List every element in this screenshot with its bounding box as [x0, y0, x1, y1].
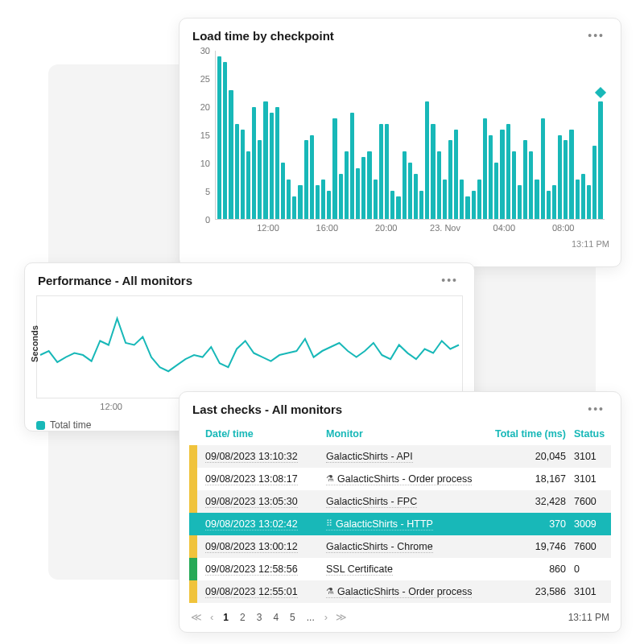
legend-swatch-icon	[36, 421, 45, 430]
col-total[interactable]: Total time (ms)	[495, 428, 566, 440]
bar	[489, 135, 493, 220]
table-row[interactable]: 09/08/2023 13:08:17⚗GalacticShirts - Ord…	[189, 468, 611, 490]
bar	[518, 185, 522, 219]
bar	[263, 101, 267, 219]
cell-date[interactable]: 09/08/2023 13:10:32	[205, 451, 298, 463]
bar	[465, 196, 469, 219]
load-x-axis: 12:0016:0020:0023. Nov04:0008:00	[215, 221, 605, 237]
bar	[569, 130, 573, 219]
pager-page-...[interactable]: ...	[305, 612, 316, 623]
bar	[443, 180, 447, 219]
table-row[interactable]: 09/08/2023 13:00:12GalacticShirts - Chro…	[189, 535, 611, 558]
last-checks-more-icon[interactable]: •••	[584, 402, 608, 416]
bar	[581, 174, 585, 219]
pager-next[interactable]: ›	[324, 611, 328, 623]
bar	[223, 62, 227, 219]
legend-total-time: Total time	[50, 419, 91, 431]
pager-page-2[interactable]: 2	[238, 612, 247, 623]
bar	[535, 180, 539, 219]
pager-page-3[interactable]: 3	[255, 612, 264, 623]
cell-status: 3009	[574, 518, 622, 530]
bar	[523, 140, 527, 219]
table-header: Date/ time Monitor Total time (ms) Statu…	[189, 423, 611, 445]
load-more-icon[interactable]: •••	[584, 28, 608, 43]
cell-date[interactable]: 09/08/2023 13:08:17	[205, 473, 298, 485]
status-chip	[189, 535, 197, 558]
cell-monitor[interactable]: GalacticShirts - API	[326, 451, 413, 463]
cell-monitor[interactable]: ⚗GalacticShirts - Order process	[326, 586, 472, 598]
load-bar-chart	[215, 51, 605, 220]
cell-date[interactable]: 09/08/2023 13:02:42	[205, 518, 298, 530]
bar	[598, 101, 602, 219]
performance-title: Performance - All monitors	[38, 274, 192, 287]
cell-total-time: 20,045	[495, 451, 566, 462]
load-y-axis: 051015202530	[194, 51, 212, 220]
bar	[425, 101, 429, 219]
pager-first[interactable]: ≪	[191, 611, 202, 623]
cell-monitor[interactable]: GalacticShirts - FPC	[326, 496, 417, 508]
pager-page-1[interactable]: 1	[221, 612, 230, 623]
col-status[interactable]: Status	[574, 428, 622, 440]
bar	[408, 163, 412, 219]
table-row[interactable]: 09/08/2023 13:10:32GalacticShirts - API2…	[189, 445, 611, 468]
cell-date[interactable]: 09/08/2023 12:55:01	[205, 586, 298, 598]
bar	[356, 168, 360, 219]
bar	[235, 124, 239, 219]
bar	[246, 151, 250, 219]
grid-icon: ⠿	[326, 518, 332, 529]
flask-icon: ⚗	[326, 473, 334, 484]
load-timestamp: 13:11 PM	[180, 237, 621, 257]
status-chip	[189, 468, 197, 490]
last-checks-card: Last checks - All monitors ••• Date/ tim…	[179, 391, 621, 633]
cell-monitor[interactable]: ⠿GalacticShirts - HTTP	[326, 518, 433, 530]
bar	[361, 157, 365, 219]
load-time-card: Load time by checkpoint ••• 051015202530…	[179, 18, 621, 267]
pager-page-5[interactable]: 5	[288, 612, 297, 623]
pager-prev[interactable]: ‹	[210, 611, 213, 623]
bar	[437, 151, 441, 219]
bar	[564, 140, 568, 219]
bar	[460, 180, 464, 219]
bar	[431, 124, 435, 219]
table-row[interactable]: 09/08/2023 12:55:01⚗GalacticShirts - Ord…	[189, 580, 611, 603]
bar	[217, 56, 221, 219]
status-chip	[189, 445, 197, 468]
pager-page-4[interactable]: 4	[271, 612, 280, 623]
cell-total-time: 19,746	[495, 541, 566, 552]
performance-more-icon[interactable]: •••	[438, 273, 461, 287]
cell-monitor[interactable]: SSL Certificate	[326, 564, 393, 576]
table-row[interactable]: 09/08/2023 12:58:56SSL Certificate8600	[189, 558, 611, 580]
bar	[229, 90, 233, 219]
cell-monitor[interactable]: ⚗GalacticShirts - Order process	[326, 473, 472, 485]
checks-table: Date/ time Monitor Total time (ms) Statu…	[189, 423, 611, 603]
col-date[interactable]: Date/ time	[205, 428, 318, 440]
bar	[472, 191, 476, 219]
bar	[592, 146, 597, 219]
table-row[interactable]: 09/08/2023 13:02:42⠿GalacticShirts - HTT…	[189, 513, 611, 535]
bar	[252, 107, 256, 219]
performance-line-chart	[37, 296, 462, 398]
cell-date[interactable]: 09/08/2023 13:05:30	[205, 496, 298, 508]
bar	[552, 185, 556, 219]
bar	[396, 196, 400, 219]
bar	[332, 118, 336, 219]
cell-date[interactable]: 09/08/2023 13:00:12	[205, 541, 298, 553]
bar	[529, 151, 533, 219]
bar	[541, 118, 545, 219]
cell-monitor[interactable]: GalacticShirts - Chrome	[326, 541, 433, 553]
bar	[321, 180, 325, 219]
bar	[316, 185, 320, 219]
performance-y-label: Seconds	[30, 325, 39, 362]
status-chip	[189, 558, 197, 580]
status-chip	[189, 580, 197, 603]
cell-total-time: 23,586	[495, 586, 566, 597]
pager-last[interactable]: ≫	[336, 611, 347, 623]
bar	[241, 130, 245, 219]
bar	[483, 118, 487, 219]
load-time-title: Load time by checkpoint	[192, 29, 334, 43]
bar	[414, 174, 418, 219]
col-monitor[interactable]: Monitor	[326, 428, 487, 440]
table-row[interactable]: 09/08/2023 13:05:30GalacticShirts - FPC3…	[189, 490, 611, 513]
cell-date[interactable]: 09/08/2023 12:58:56	[205, 564, 298, 576]
cell-status: 0	[574, 564, 622, 575]
